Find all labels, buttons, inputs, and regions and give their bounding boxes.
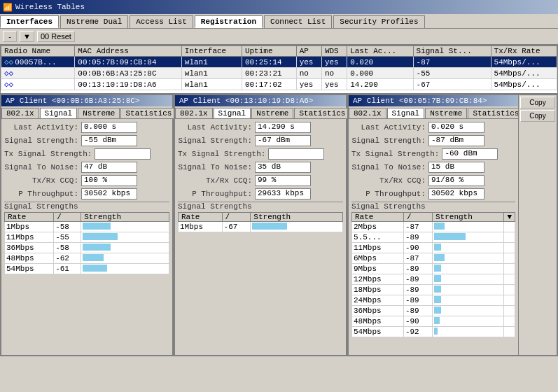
ap-panel-2-tab-8021x[interactable]: 802.1x [175,108,213,118]
ap1-signal-table: Rate / Strength 1Mbps -58 11Mbps -55 36M… [4,212,169,274]
table-row[interactable]: ◇◇00057B... 00:05:7B:09:CB:84 wlan1 00:2… [1,57,557,68]
ap3-tx-signal-value: -60 dBm [442,148,498,160]
ap-panel-3-tab-nstreme[interactable]: Nstreme [425,108,467,118]
signal-bar-cell [432,316,503,327]
list-item: 36Mbps -89 [352,306,515,316]
ap3-signal-strength-value: -87 dBm [428,135,484,146]
ap-panel-2-content: Last Activity: 14.290 s Signal Strength:… [175,119,346,355]
ap2-col-strength: Strength [251,213,343,222]
cell-txrx-rate: 54Mbps/... [491,57,557,68]
col-ap: AP [296,46,321,57]
signal-bar [83,223,111,230]
ap3-txrx-ccq-label: Tx/Rx CCQ: [351,176,428,185]
ap-panel-2-tab-nstreme[interactable]: Nstreme [251,108,293,118]
ap-panel-2-tab-signal[interactable]: Signal [214,108,251,118]
ap3-txrx-ccq-value: 91/86 % [428,175,484,186]
ap1-last-activity-row: Last Activity: 0.000 s [4,122,169,133]
ap3-section-title: Signal Strengths [351,202,426,211]
ap3-p-throughput-value: 30502 kbps [428,188,484,200]
ap1-col-strength: Strength [81,213,169,222]
col-interface: Interface [181,46,242,57]
ap3-copy-btn-2[interactable]: Copy [520,110,555,122]
ap3-right-buttons: Copy Copy [518,95,557,355]
signal-bar-cell [432,243,503,253]
ap2-tx-signal-value [268,148,324,160]
ap3-txrx-ccq-row: Tx/Rx CCQ: 91/86 % [351,175,515,186]
ap-panel-1-tabs: 802.1x Signal Nstreme Statistics [1,106,172,119]
ap2-signal-strength-row: Signal Strength: -67 dBm [178,135,343,146]
ap-panel-2-tab-statistics[interactable]: Statistics [294,108,350,118]
ap-panel-1-tab-statistics[interactable]: Statistics [120,108,176,118]
signal-extra [504,327,515,337]
ap3-signal-scroll[interactable]: Rate / Strength ▼ 2Mbps -87 5.5... -89 [351,212,515,337]
col-txrx-rate: Tx/Rx Rate [491,46,557,57]
tab-interfaces[interactable]: Interfaces [0,15,59,28]
list-item: 9Mbps -89 [352,264,515,274]
ap-panel-1-tab-nstreme[interactable]: Nstreme [78,108,120,118]
ap-panel-1-tab-signal[interactable]: Signal [40,108,78,118]
ap1-txrx-ccq-row: Tx/Rx CCQ: 100 % [4,175,169,186]
cell-last-ac: 0.000 [347,68,413,79]
table-row[interactable]: ◇◇ 00:0B:6B:A3:25:8C wlan1 00:23:21 no n… [1,68,557,79]
cell-last-ac: 14.290 [347,79,413,90]
minus-button[interactable]: - [3,31,17,42]
signal-strength: -89 [403,285,432,295]
ap1-signal-noise-value: 47 dB [81,162,137,173]
signal-rate: 6Mbps [352,253,404,264]
cell-signal-st: -55 [413,68,491,79]
ap3-col-dropdown[interactable]: ▼ [504,213,515,222]
signal-rate: 48Mbps [352,316,404,327]
cell-interface: wlan1 [181,68,242,79]
ap3-p-throughput-row: P Throughput: 30502 kbps [351,188,515,200]
ap-panel-3-tab-statistics[interactable]: Statistics [468,108,524,118]
signal-rate: 54Mbps [352,327,404,337]
list-item: 48Mbps -90 [352,316,515,327]
ap1-txrx-ccq-value: 100 % [81,175,137,186]
ap3-signal-noise-value: 15 dB [428,162,484,173]
signal-strength: -87 [403,222,432,232]
ap-panel-3-tab-8021x[interactable]: 802.1x [349,108,386,118]
tab-connect-list[interactable]: Connect List [264,15,332,28]
signal-extra [504,316,515,327]
cell-signal-st: -87 [413,57,491,68]
ap-panel-1-tab-8021x[interactable]: 802.1x [1,108,39,118]
list-item: 1Mbps -67 [179,222,343,232]
tab-access-list[interactable]: Access List [130,15,193,28]
ap3-copy-btn-1[interactable]: Copy [520,97,555,108]
ap-panel-3-content: Last Activity: 0.020 s Signal Strength: … [349,119,518,355]
table-header-row: Radio Name MAC Address Interface Uptime … [1,46,557,57]
ap1-signal-header: Rate / Strength [5,213,169,222]
ap1-p-throughput-label: P Throughput: [4,190,81,198]
ap1-signal-strength-row: Signal Strength: -55 dBm [4,135,169,146]
signal-rate: 36Mbps [352,306,404,316]
signal-rate: 54Mbps [5,264,54,274]
col-mac-address: MAC Address [75,46,182,57]
signal-strength: -89 [403,306,432,316]
ap1-col-rate: Rate [5,213,54,222]
tab-registration[interactable]: Registration [195,15,263,28]
tab-security-profiles[interactable]: Security Profiles [333,15,424,28]
list-item: 11Mbps -55 [5,232,169,243]
col-uptime: Uptime [242,46,296,57]
list-item: 5.5... -89 [352,232,515,243]
signal-strength: -89 [403,264,432,274]
signal-rate: 1Mbps [5,222,54,232]
main-tab-bar: Interfaces Nstreme Dual Access List Regi… [0,14,558,29]
ap2-last-activity-row: Last Activity: 14.290 s [178,122,343,133]
table-row[interactable]: ◇◇ 00:13:10:19:D8:A6 wlan1 00:17:02 yes … [1,79,557,90]
cell-interface: wlan1 [181,79,242,90]
signal-rate: 5.5... [352,232,404,243]
ap3-signal-header: Rate / Strength ▼ [352,213,515,222]
filter-button[interactable]: ▼ [20,31,34,42]
signal-strength: -67 [222,222,251,232]
ap1-p-throughput-value: 30502 kbps [81,188,137,200]
ap1-tx-signal-label: Tx Signal Strength: [4,150,95,158]
list-item: 11Mbps -90 [352,243,515,253]
ap2-col-rate: Rate [179,213,223,222]
reset-button[interactable]: 00 Reset [37,31,75,42]
tab-nstreme-dual[interactable]: Nstreme Dual [60,15,128,28]
cell-radio-name: ◇◇00057B... [1,57,75,68]
ap-panel-3-tab-signal[interactable]: Signal [387,108,425,118]
signal-bar-cell [432,295,503,306]
ap-panel-3-title: AP Client <00:05:7B:09:CB:84> [349,95,518,106]
